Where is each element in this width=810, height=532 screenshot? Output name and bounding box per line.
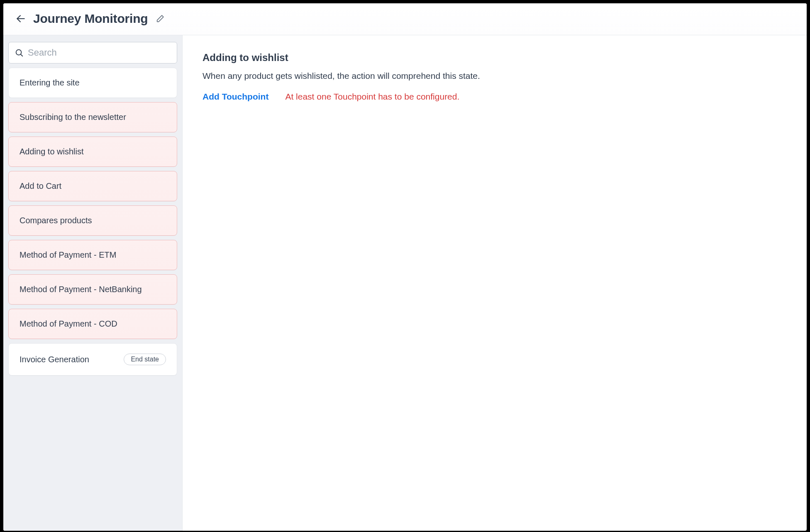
state-card[interactable]: Method of Payment - ETM (8, 240, 177, 270)
search-field[interactable] (8, 42, 177, 63)
state-card[interactable]: Adding to wishlist (8, 137, 177, 167)
add-touchpoint-button[interactable]: Add Touchpoint (202, 92, 268, 102)
touchpoint-warning: At least one Touchpoint has to be config… (285, 92, 459, 102)
pencil-icon (156, 14, 165, 23)
edit-title-button[interactable] (154, 13, 166, 24)
state-card[interactable]: Method of Payment - COD (8, 309, 177, 339)
sidebar: Entering the siteSubscribing to the news… (3, 35, 183, 531)
state-card-label: Method of Payment - ETM (20, 250, 116, 260)
touchpoint-row: Add Touchpoint At least one Touchpoint h… (202, 92, 787, 102)
search-icon (15, 48, 24, 57)
body: Entering the siteSubscribing to the news… (3, 35, 807, 531)
state-card[interactable]: Compares products (8, 205, 177, 236)
state-card-label: Method of Payment - COD (20, 319, 117, 329)
state-list: Entering the siteSubscribing to the news… (8, 68, 177, 376)
state-card-label: Method of Payment - NetBanking (20, 285, 142, 294)
state-card-label: Add to Cart (20, 181, 61, 191)
state-card-label: Entering the site (20, 78, 80, 88)
state-card-label: Invoice Generation (20, 355, 89, 364)
state-card[interactable]: Entering the site (8, 68, 177, 98)
page-title: Journey Monitoring (33, 12, 148, 26)
arrow-left-icon (15, 13, 26, 24)
state-card-label: Compares products (20, 216, 92, 225)
state-card-label: Adding to wishlist (20, 147, 84, 156)
state-title: Adding to wishlist (202, 52, 787, 63)
page-header: Journey Monitoring (3, 3, 807, 35)
search-input[interactable] (28, 47, 171, 58)
main-panel: Adding to wishlist When any product gets… (183, 35, 807, 531)
state-card[interactable]: Subscribing to the newsletter (8, 102, 177, 132)
app-frame: Journey Monitoring Entering the siteSubs… (3, 3, 807, 531)
state-card[interactable]: Method of Payment - NetBanking (8, 274, 177, 305)
state-card[interactable]: Add to Cart (8, 171, 177, 201)
state-description: When any product gets wishlisted, the ac… (202, 71, 787, 81)
state-card[interactable]: Invoice GenerationEnd state (8, 343, 177, 376)
state-card-label: Subscribing to the newsletter (20, 112, 126, 122)
end-state-badge: End state (124, 354, 166, 365)
back-button[interactable] (15, 13, 27, 24)
svg-line-2 (21, 54, 22, 56)
